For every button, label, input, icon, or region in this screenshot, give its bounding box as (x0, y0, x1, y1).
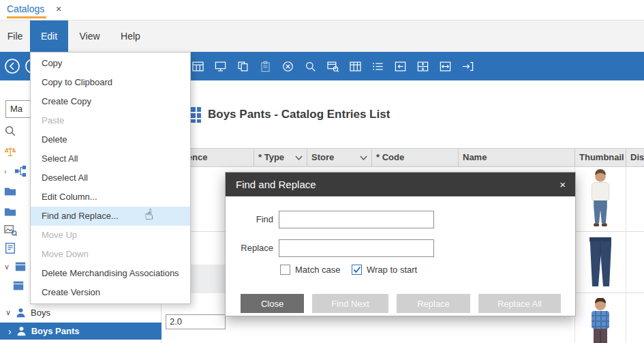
menu-item-delete[interactable]: Delete (31, 130, 190, 149)
go-to-icon[interactable] (461, 60, 474, 73)
replace-all-button: Replace All (478, 294, 561, 313)
copy-icon[interactable] (236, 60, 249, 73)
menu-item-copy[interactable]: Copy (31, 54, 190, 73)
wrap-to-start-checkbox[interactable] (352, 265, 362, 275)
sequence-cell-input[interactable]: 2.0 (166, 314, 226, 329)
thumbnail-dark-jeans (585, 235, 615, 291)
menu-view[interactable]: View (68, 20, 111, 52)
table-find-icon[interactable] (326, 60, 339, 73)
find-icon[interactable] (304, 60, 317, 73)
menu-bar: File Edit View Help (0, 20, 644, 52)
menu-item-edit-column[interactable]: Edit Column... (31, 188, 190, 207)
catalog-row[interactable]: ∨ (4, 260, 27, 273)
catalog-icon[interactable] (12, 280, 25, 292)
menu-help[interactable]: Help (111, 20, 150, 52)
folder-icon[interactable] (4, 206, 16, 218)
menu-file[interactable]: File (0, 20, 30, 52)
toolbar-icon-strip (191, 52, 474, 80)
match-case-label: Match case (295, 264, 340, 275)
report-icon[interactable] (4, 242, 16, 254)
dialog-titlebar[interactable]: Find and Replace × (226, 173, 575, 196)
import-icon[interactable] (394, 60, 407, 73)
chevron-right-icon: › (4, 167, 11, 175)
column-divider (626, 167, 626, 343)
column-header-code[interactable]: * Code (371, 149, 458, 166)
menu-item-copy-to-clipboard[interactable]: Copy to Clipboard (31, 73, 190, 92)
list-icon[interactable] (371, 60, 384, 73)
chevron-down-icon: ∨ (4, 263, 11, 271)
sort-chevron-icon[interactable] (356, 155, 367, 160)
scales-icon[interactable] (4, 146, 16, 158)
tab-close-icon[interactable]: × (56, 0, 61, 18)
close-button[interactable]: Close (241, 294, 304, 313)
remove-icon[interactable] (281, 60, 294, 73)
menu-item-paste: Paste (31, 111, 190, 130)
menu-edit[interactable]: Edit (30, 20, 68, 52)
menu-item-deselect-all[interactable]: Deselect All (31, 168, 190, 188)
menu-item-find-and-replace[interactable]: Find and Replace... (31, 207, 190, 226)
tab-bar: Catalogs × (0, 0, 644, 20)
thumbnail-boy-plaid-shirt (583, 298, 617, 343)
application-window: Catalogs × File Edit View Help (0, 0, 644, 343)
image-search-icon[interactable] (4, 224, 17, 237)
chevron-right-icon: › (8, 326, 12, 337)
find-input[interactable] (279, 211, 434, 228)
chevron-down-icon: ∨ (5, 308, 11, 317)
column-header-thumbnail[interactable]: Thumbnail (574, 149, 626, 166)
replace-label: Replace (226, 239, 273, 257)
split-vertical-icon[interactable] (416, 60, 429, 73)
column-header-store[interactable]: Store (307, 149, 371, 166)
match-case-checkbox[interactable] (280, 265, 290, 275)
replace-input[interactable] (279, 239, 434, 257)
table-columns-icon[interactable] (349, 60, 362, 73)
menu-item-delete-merchandising-associations[interactable]: Delete Merchandising Associations (31, 264, 190, 283)
catalog-node-icon (16, 325, 27, 337)
table-header: Sequence * Type Store * Code Name Thumbn… (162, 148, 644, 167)
tree-item-boys-pants[interactable]: › Boys Pants (0, 323, 162, 340)
tab-catalogs[interactable]: Catalogs (7, 0, 44, 18)
active-tab-indicator (7, 16, 46, 18)
catalog-node-icon (15, 307, 27, 318)
edit-dropdown-menu: Copy Copy to Clipboard Create Copy Paste… (30, 52, 191, 304)
back-icon[interactable] (4, 58, 20, 77)
menu-item-move-up: Move Up (31, 226, 190, 245)
tree-item-label: Boys Pants (31, 326, 80, 336)
sidebar-search-icon[interactable] (4, 125, 16, 137)
replace-button: Replace (397, 294, 470, 313)
tree-item-label: Boys (31, 308, 50, 318)
column-header-type[interactable]: * Type (254, 149, 307, 166)
fit-width-icon[interactable] (439, 60, 452, 73)
find-next-button: Find Next (312, 294, 388, 313)
column-header-display[interactable]: Dis (626, 149, 644, 166)
tree-item-boys[interactable]: ∨ Boys (0, 304, 162, 320)
wrap-to-start-label: Wrap to start (367, 264, 417, 275)
menu-item-create-version[interactable]: Create Version (31, 283, 190, 302)
checkmark-icon (353, 266, 361, 273)
find-and-replace-dialog: Find and Replace × Find Replace Match ca… (225, 172, 576, 316)
sort-chevron-icon[interactable] (291, 155, 303, 160)
table-icon[interactable] (191, 60, 204, 73)
paste-icon[interactable] (259, 60, 272, 73)
thumbnail-boy-white-shirt-jeans (583, 169, 618, 232)
menu-item-create-copy[interactable]: Create Copy (31, 92, 190, 111)
menu-item-select-all[interactable]: Select All (31, 149, 190, 168)
find-label: Find (226, 211, 273, 228)
menu-item-move-down: Move Down (31, 245, 190, 264)
column-header-name[interactable]: Name (458, 149, 574, 166)
hierarchy-row[interactable]: › (4, 165, 27, 177)
dialog-title: Find and Replace (236, 173, 316, 196)
folder-icon[interactable] (4, 185, 16, 198)
dialog-close-icon[interactable]: × (559, 173, 566, 196)
page-title: Boys Pants - Catalog Entries List (208, 106, 390, 123)
monitor-icon[interactable] (214, 60, 227, 73)
